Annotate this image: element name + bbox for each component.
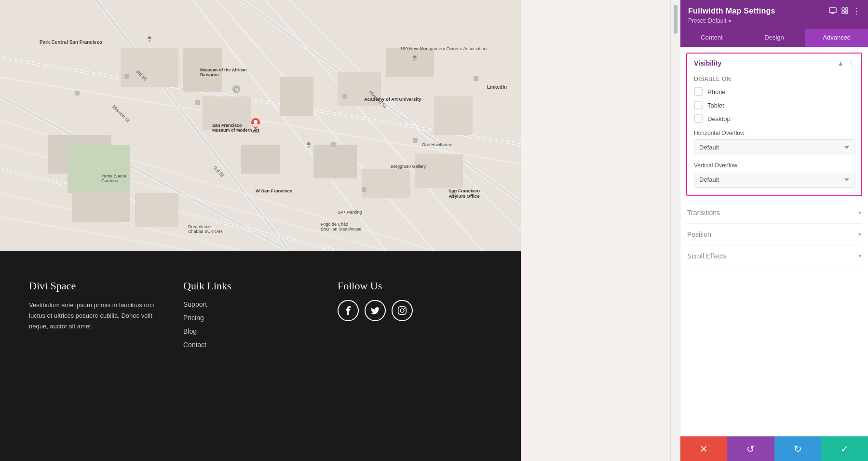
section-header-icons: ▲ ⋮ bbox=[837, 59, 854, 67]
chevron-down-transitions-icon: ▾ bbox=[858, 209, 861, 216]
phone-checkbox-row: Phone bbox=[694, 87, 854, 96]
svg-rect-48 bbox=[829, 8, 836, 13]
svg-rect-43 bbox=[474, 76, 478, 81]
svg-rect-30 bbox=[135, 193, 178, 227]
tab-design[interactable]: Design bbox=[743, 29, 806, 47]
svg-rect-54 bbox=[845, 11, 848, 14]
vertical-overflow-select[interactable]: Default Hidden Scroll Auto Visible bbox=[694, 172, 854, 188]
svg-rect-40 bbox=[195, 100, 200, 105]
footer-link-support[interactable]: Support bbox=[183, 300, 207, 308]
scroll-effects-title: Scroll Effects bbox=[687, 252, 726, 260]
svg-rect-28 bbox=[362, 169, 410, 198]
svg-rect-47 bbox=[75, 91, 80, 95]
svg-rect-21 bbox=[183, 48, 222, 92]
transitions-section[interactable]: Transitions ▾ bbox=[686, 202, 862, 224]
scroll-effects-section[interactable]: Scroll Effects ▾ bbox=[686, 245, 862, 267]
svg-rect-42 bbox=[413, 138, 418, 143]
tablet-checkbox-row: Tablet bbox=[694, 101, 854, 109]
facebook-icon[interactable] bbox=[338, 300, 359, 321]
visibility-section: Visibility ▲ ⋮ Disable on Phone Tablet bbox=[686, 53, 862, 196]
svg-rect-33 bbox=[415, 154, 463, 188]
svg-rect-32 bbox=[280, 77, 313, 116]
footer: Divi Space Vestibulum ante ipsum primis … bbox=[0, 251, 521, 461]
svg-point-36 bbox=[254, 120, 258, 124]
transitions-title: Transitions bbox=[687, 209, 720, 217]
svg-rect-52 bbox=[845, 8, 848, 10]
svg-rect-39 bbox=[124, 74, 129, 79]
screen-icon[interactable] bbox=[829, 7, 837, 15]
panel-title: Fullwidth Map Settings bbox=[688, 7, 775, 15]
panel-toolbar: ✕ ↺ ↻ ✓ bbox=[680, 436, 868, 461]
svg-rect-20 bbox=[121, 48, 178, 87]
visibility-section-header[interactable]: Visibility ▲ ⋮ bbox=[687, 54, 861, 73]
svg-rect-44 bbox=[451, 192, 456, 197]
svg-rect-34 bbox=[68, 145, 130, 193]
social-icons-container bbox=[338, 300, 492, 321]
svg-rect-51 bbox=[842, 8, 844, 10]
brand-name: Divi Space bbox=[29, 280, 183, 292]
vertical-overflow-section: Vertical Overflow Default Hidden Scroll … bbox=[694, 162, 854, 188]
list-item[interactable]: Pricing bbox=[183, 313, 338, 322]
save-button[interactable]: ✓ bbox=[821, 436, 868, 461]
svg-rect-24 bbox=[338, 72, 381, 106]
chevron-down-scroll-icon: ▾ bbox=[858, 253, 861, 259]
footer-link-blog[interactable]: Blog bbox=[183, 327, 197, 335]
footer-social-col: Follow Us bbox=[338, 280, 492, 432]
panel-header: Fullwidth Map Settings bbox=[680, 0, 868, 29]
svg-text:M: M bbox=[235, 87, 238, 92]
footer-links-col: Quik Links Support Pricing Blog Contact bbox=[183, 280, 338, 432]
map-container: M Park Central San Francisco Academy of … bbox=[0, 0, 521, 251]
svg-rect-46 bbox=[362, 187, 366, 192]
panel-body: Visibility ▲ ⋮ Disable on Phone Tablet bbox=[680, 47, 868, 436]
scrollbar-thumb[interactable] bbox=[674, 5, 678, 34]
position-section[interactable]: Position ▾ bbox=[686, 224, 862, 245]
settings-panel: Fullwidth Map Settings bbox=[680, 0, 868, 461]
svg-rect-22 bbox=[203, 96, 251, 130]
tab-advanced[interactable]: Advanced bbox=[805, 29, 868, 47]
more-section-icon[interactable]: ⋮ bbox=[848, 59, 854, 67]
tablet-label: Tablet bbox=[707, 102, 724, 109]
chevron-up-icon[interactable]: ▲ bbox=[837, 59, 844, 67]
tab-content[interactable]: Content bbox=[680, 29, 743, 47]
preset-dropdown[interactable]: Preset: Default bbox=[688, 17, 860, 24]
redo-button[interactable]: ↻ bbox=[774, 436, 821, 461]
list-item[interactable]: Blog bbox=[183, 327, 338, 336]
svg-rect-27 bbox=[313, 145, 357, 178]
panel-header-icons: ⋮ bbox=[829, 7, 860, 15]
undo-button[interactable]: ↺ bbox=[727, 436, 774, 461]
grid-icon[interactable] bbox=[841, 7, 848, 15]
follow-us-title: Follow Us bbox=[338, 280, 492, 292]
position-title: Position bbox=[687, 230, 711, 238]
svg-rect-45 bbox=[331, 142, 336, 147]
chevron-down-position-icon: ▾ bbox=[858, 231, 861, 238]
footer-links-list: Support Pricing Blog Contact bbox=[183, 300, 338, 349]
footer-brand-col: Divi Space Vestibulum ante ipsum primis … bbox=[29, 280, 183, 432]
more-options-icon[interactable]: ⋮ bbox=[853, 7, 860, 15]
instagram-icon[interactable] bbox=[392, 300, 413, 321]
phone-label: Phone bbox=[707, 88, 726, 95]
footer-link-pricing[interactable]: Pricing bbox=[183, 314, 204, 322]
svg-rect-31 bbox=[241, 145, 280, 174]
list-item[interactable]: Support bbox=[183, 300, 338, 309]
twitter-icon[interactable] bbox=[365, 300, 386, 321]
scrollbar-track[interactable] bbox=[670, 0, 680, 461]
svg-rect-53 bbox=[842, 11, 844, 14]
svg-rect-41 bbox=[342, 94, 347, 99]
horizontal-overflow-select[interactable]: Default Hidden Scroll Auto Visible bbox=[694, 139, 854, 155]
brand-description: Vestibulum ante ipsum primis in faucibus… bbox=[29, 300, 154, 332]
quick-links-title: Quik Links bbox=[183, 280, 338, 292]
tablet-checkbox[interactable] bbox=[694, 101, 703, 109]
panel-tabs: Content Design Advanced bbox=[680, 29, 868, 47]
horizontal-overflow-section: Horizontal Overflow Default Hidden Scrol… bbox=[694, 130, 854, 155]
visibility-section-body: Disable on Phone Tablet Desktop Horizont… bbox=[687, 73, 861, 195]
phone-checkbox[interactable] bbox=[694, 87, 703, 96]
desktop-checkbox[interactable] bbox=[694, 114, 703, 123]
disable-on-label: Disable on bbox=[694, 76, 854, 82]
cancel-button[interactable]: ✕ bbox=[680, 436, 727, 461]
svg-point-35 bbox=[252, 130, 259, 133]
footer-link-contact[interactable]: Contact bbox=[183, 341, 206, 349]
list-item[interactable]: Contact bbox=[183, 340, 338, 349]
svg-rect-26 bbox=[434, 96, 473, 135]
visibility-section-title: Visibility bbox=[694, 59, 721, 67]
desktop-checkbox-row: Desktop bbox=[694, 114, 854, 123]
